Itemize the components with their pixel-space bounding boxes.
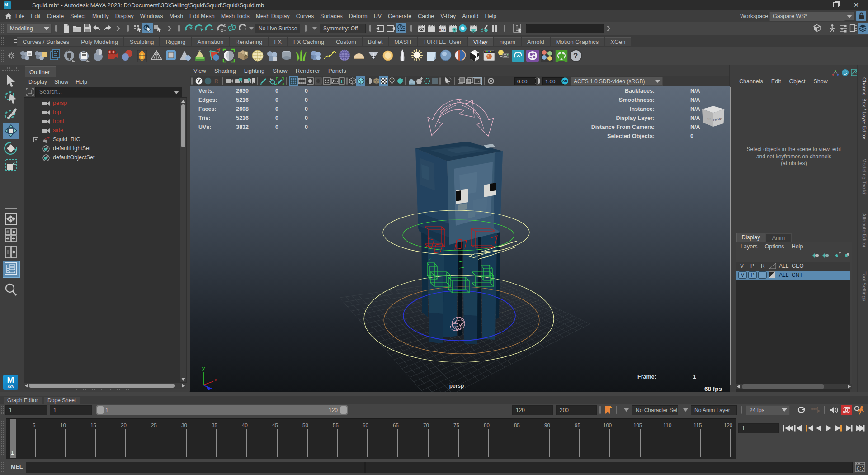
svg-text:ON: ON bbox=[562, 80, 567, 83]
svg-text:2630: 2630 bbox=[236, 88, 249, 94]
svg-text:?: ? bbox=[573, 52, 578, 60]
svg-text:0: 0 bbox=[275, 115, 278, 121]
svg-text:Tris:: Tris: bbox=[198, 115, 210, 121]
svg-text:0: 0 bbox=[305, 97, 308, 103]
svg-text:3832: 3832 bbox=[236, 124, 249, 130]
svg-text:Selected Objects:: Selected Objects: bbox=[607, 133, 655, 139]
svg-text:0: 0 bbox=[305, 115, 308, 121]
svg-text:T: T bbox=[340, 78, 344, 84]
svg-text:5216: 5216 bbox=[236, 115, 249, 121]
svg-text:y: y bbox=[202, 366, 205, 371]
svg-text:Display Layer:: Display Layer: bbox=[616, 115, 655, 121]
svg-text:68 fps: 68 fps bbox=[704, 385, 722, 392]
svg-text:UVs:: UVs: bbox=[198, 124, 211, 130]
svg-text:N/A: N/A bbox=[690, 88, 700, 94]
svg-text:Instance:: Instance: bbox=[630, 106, 655, 112]
svg-text:1: 1 bbox=[693, 374, 696, 380]
svg-text:Distance From Camera:: Distance From Camera: bbox=[591, 124, 655, 130]
svg-text:N/A: N/A bbox=[690, 115, 700, 121]
svg-text:0: 0 bbox=[275, 106, 278, 112]
svg-text:LN: LN bbox=[707, 117, 711, 120]
svg-text:0: 0 bbox=[690, 133, 693, 139]
svg-text:0: 0 bbox=[275, 97, 278, 103]
svg-text:2608: 2608 bbox=[236, 106, 249, 112]
svg-text:IPR: IPR bbox=[439, 28, 446, 32]
svg-text:persp: persp bbox=[449, 383, 464, 389]
svg-text:Verts:: Verts: bbox=[198, 88, 214, 94]
svg-text:{;}: {;} bbox=[856, 466, 864, 471]
svg-text:Smoothness:: Smoothness: bbox=[619, 97, 655, 103]
svg-text:Edges:: Edges: bbox=[198, 97, 217, 103]
svg-text:N/A: N/A bbox=[690, 106, 700, 112]
svg-text:5216: 5216 bbox=[236, 97, 249, 103]
svg-text:0: 0 bbox=[305, 124, 308, 130]
svg-text:x: x bbox=[215, 377, 218, 382]
svg-text:0: 0 bbox=[305, 88, 308, 94]
svg-text:0: 0 bbox=[275, 124, 278, 130]
svg-text:Faces:: Faces: bbox=[198, 106, 217, 112]
svg-text:Backfaces:: Backfaces: bbox=[625, 88, 655, 94]
svg-text:0: 0 bbox=[305, 106, 308, 112]
svg-text:N/A: N/A bbox=[690, 97, 700, 103]
svg-text:R: R bbox=[214, 78, 219, 85]
svg-text:0: 0 bbox=[275, 88, 278, 94]
svg-text:Frame:: Frame: bbox=[637, 374, 656, 380]
svg-text:N/A: N/A bbox=[690, 124, 700, 130]
